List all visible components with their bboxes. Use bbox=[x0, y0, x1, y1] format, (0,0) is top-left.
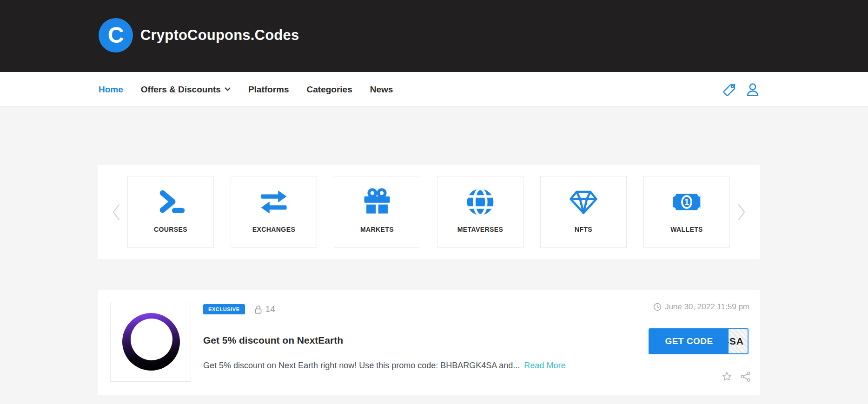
coupon-description: Get 5% discount on Next Earth right now!… bbox=[203, 361, 565, 371]
globe-icon bbox=[463, 186, 497, 218]
read-more-link[interactable]: Read More bbox=[524, 361, 565, 370]
coupon-timestamp: June 30, 2022 11:59 pm bbox=[653, 302, 749, 312]
chevron-right-icon bbox=[736, 203, 747, 222]
coupon-card: EXCLUSIVE 14 Get 5% discount on NextEart… bbox=[98, 290, 760, 395]
category-tiles: COURSES EXCHANGES bbox=[127, 176, 730, 248]
coupon-logo[interactable] bbox=[110, 302, 191, 382]
tile-markets[interactable]: MARKETS bbox=[334, 176, 420, 248]
main-nav: Home Offers & Discounts Platforms Catego… bbox=[0, 72, 868, 107]
terminal-icon bbox=[153, 186, 188, 218]
tile-label: WALLETS bbox=[670, 226, 703, 233]
carousel-next-button[interactable] bbox=[736, 203, 747, 223]
money-bill-icon: 1 bbox=[669, 186, 704, 218]
nav-actions bbox=[722, 72, 760, 107]
nav-item-home[interactable]: Home bbox=[99, 85, 123, 95]
coupon-title[interactable]: Get 5% discount on NextEarth bbox=[203, 335, 343, 346]
share-icon bbox=[740, 371, 751, 382]
get-code-button[interactable]: GET CODE bbox=[649, 329, 729, 353]
star-icon bbox=[721, 371, 733, 382]
nav-item-offers-discounts[interactable]: Offers & Discounts bbox=[141, 85, 231, 95]
tile-label: NFTS bbox=[575, 226, 592, 233]
tile-label: MARKETS bbox=[360, 226, 394, 233]
nav-item-news[interactable]: News bbox=[370, 85, 393, 95]
gem-icon bbox=[565, 186, 602, 218]
tile-label: METAVERSES bbox=[457, 226, 503, 233]
timestamp-text: June 30, 2022 11:59 pm bbox=[665, 302, 749, 312]
category-carousel: COURSES EXCHANGES bbox=[98, 165, 760, 259]
tile-metaverses[interactable]: METAVERSES bbox=[437, 176, 523, 248]
clock-icon bbox=[653, 303, 662, 311]
user-icon[interactable] bbox=[746, 82, 760, 97]
carousel-prev-button[interactable] bbox=[111, 203, 121, 223]
tile-exchanges[interactable]: EXCHANGES bbox=[231, 176, 317, 248]
get-code-container[interactable]: BHBARGK4SA GET CODE bbox=[649, 328, 749, 354]
site-logo[interactable]: C CryptoCoupons.Codes bbox=[99, 18, 299, 52]
uses-count: 14 bbox=[265, 304, 275, 314]
uses-counter: 14 bbox=[254, 304, 275, 314]
exclusive-badge: EXCLUSIVE bbox=[203, 304, 245, 314]
nav-item-platforms[interactable]: Platforms bbox=[248, 85, 289, 95]
tile-label: EXCHANGES bbox=[252, 226, 295, 233]
page: C CryptoCoupons.Codes Home Offers & Disc… bbox=[0, 0, 868, 404]
tag-icon[interactable] bbox=[722, 82, 737, 97]
nav-item-label: Offers & Discounts bbox=[141, 85, 221, 95]
site-title: CryptoCoupons.Codes bbox=[140, 27, 299, 44]
nav-item-categories[interactable]: Categories bbox=[307, 85, 352, 95]
chevron-down-icon bbox=[225, 87, 231, 91]
coupon-meta: EXCLUSIVE 14 bbox=[203, 304, 275, 314]
site-header: C CryptoCoupons.Codes bbox=[0, 0, 868, 72]
nav-links: Home Offers & Discounts Platforms Catego… bbox=[99, 72, 393, 107]
chevron-left-icon bbox=[111, 203, 121, 222]
share-button[interactable] bbox=[740, 371, 751, 382]
tile-nfts[interactable]: NFTS bbox=[540, 176, 627, 248]
description-text: Get 5% discount on Next Earth right now!… bbox=[203, 361, 520, 370]
tile-wallets[interactable]: 1 WALLETS bbox=[643, 176, 730, 248]
lock-icon bbox=[254, 305, 262, 314]
gift-icon bbox=[360, 186, 394, 218]
tile-courses[interactable]: COURSES bbox=[127, 176, 214, 248]
nextearth-logo-mark bbox=[122, 313, 180, 371]
coupon-actions bbox=[721, 371, 751, 382]
logo-c-icon: C bbox=[99, 18, 133, 52]
tile-label: COURSES bbox=[154, 226, 187, 233]
svg-text:1: 1 bbox=[684, 197, 689, 207]
exchange-icon bbox=[257, 186, 291, 218]
favorite-button[interactable] bbox=[721, 371, 733, 382]
